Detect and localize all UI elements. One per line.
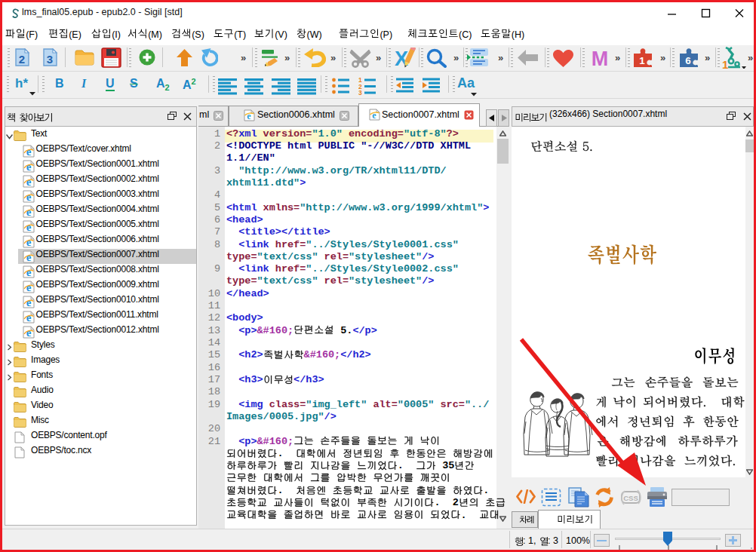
svg-text:1: 1: [639, 55, 645, 66]
svg-text:CSS: CSS: [623, 494, 638, 502]
svg-text:6: 6: [685, 55, 691, 66]
svg-text:1: 1: [722, 58, 728, 69]
svg-text:e: e: [26, 296, 32, 308]
svg-text:e: e: [26, 236, 32, 248]
svg-text:e: e: [26, 327, 32, 339]
svg-text:e: e: [26, 146, 32, 158]
svg-text:2: 2: [19, 53, 25, 66]
svg-text:e: e: [26, 266, 32, 278]
svg-text:e: e: [26, 281, 32, 293]
svg-text:e: e: [247, 111, 251, 121]
svg-text:e: e: [26, 176, 32, 188]
svg-text:e: e: [372, 110, 376, 121]
svg-text:e: e: [26, 206, 32, 218]
svg-text:3: 3: [47, 53, 53, 66]
svg-text:e: e: [26, 251, 32, 263]
svg-text:e: e: [26, 311, 32, 324]
svg-text:M: M: [592, 48, 609, 67]
svg-text:e: e: [26, 191, 32, 203]
svg-text:e: e: [26, 161, 32, 173]
svg-text:3: 3: [358, 89, 362, 95]
svg-text:e: e: [26, 221, 32, 233]
